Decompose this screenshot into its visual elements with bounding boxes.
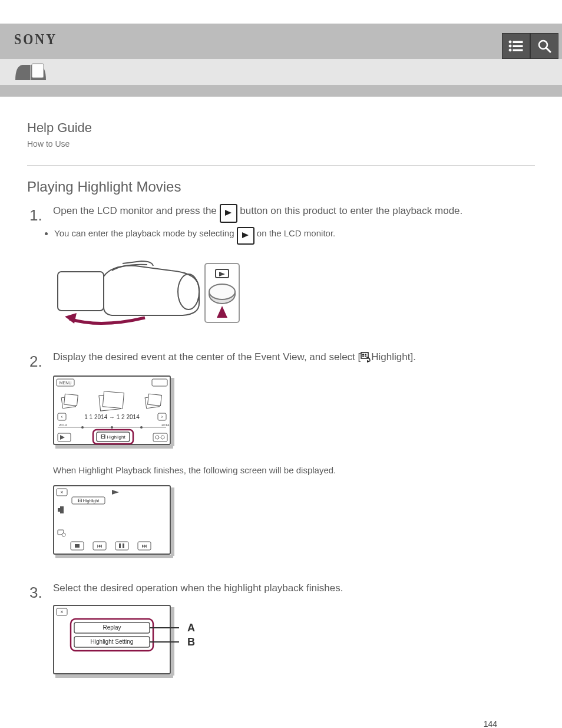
header-underbar [0, 85, 562, 97]
svg-text:2013: 2013 [59, 423, 67, 427]
svg-rect-32 [64, 394, 78, 406]
svg-rect-5 [513, 50, 523, 51]
step-2-text-a: Display the desired event at the center … [53, 351, 361, 363]
list-button[interactable] [502, 33, 530, 59]
svg-rect-69 [115, 542, 128, 550]
playback-button-icon [220, 204, 237, 223]
figure-end-screen: × Replay Highlight Setting A B [53, 605, 535, 686]
svg-text:‹: ‹ [61, 414, 63, 420]
figure-playback: × 🎞 Highlight [53, 485, 535, 565]
svg-rect-34 [103, 391, 124, 409]
svg-text:⏭: ⏭ [142, 543, 147, 549]
svg-rect-3 [513, 45, 523, 47]
help-guide-icon [13, 60, 48, 86]
top-margin [0, 0, 562, 24]
step-3: Select the desired operation when the hi… [27, 581, 535, 686]
page-number: 144 [0, 701, 562, 728]
step-2-text-b: Highlight]. [371, 351, 416, 363]
doc-title: Help Guide [27, 120, 535, 136]
menu-label: MENU [59, 381, 72, 385]
svg-rect-63 [58, 508, 60, 512]
svg-rect-27 [171, 378, 174, 446]
step-list: Open the LCD monitor and press the butto… [27, 203, 535, 686]
step-2-substep: When Highlight Playback finishes, the fo… [53, 463, 535, 477]
svg-text:×: × [60, 489, 63, 495]
section-title: Playing Highlight Movies [27, 179, 535, 195]
svg-marker-64 [60, 506, 64, 513]
step-1-text-b: button on this product to enter the play… [240, 205, 462, 216]
svg-point-4 [509, 49, 511, 51]
svg-text:2014: 2014 [161, 423, 170, 427]
svg-point-42 [81, 426, 84, 429]
svg-text:×: × [60, 609, 63, 615]
label-a: A [187, 622, 195, 634]
list-icon [508, 40, 524, 52]
svg-text:🎞 Highlight: 🎞 Highlight [101, 434, 125, 440]
bullet-text-a: You can enter the playback mode by selec… [54, 228, 237, 238]
svg-rect-1 [513, 41, 523, 43]
svg-text:⏮: ⏮ [97, 543, 103, 549]
step-1-text-a: Open the LCD monitor and press the [53, 205, 220, 216]
svg-point-43 [111, 426, 113, 429]
header-actions [502, 33, 558, 59]
svg-line-7 [546, 48, 550, 52]
svg-point-66 [62, 533, 65, 536]
label-b: B [187, 636, 195, 648]
svg-rect-22 [365, 354, 366, 355]
svg-rect-36 [148, 394, 162, 406]
svg-text:🎞 Highlight: 🎞 Highlight [78, 499, 99, 503]
brand-logo: SONY [14, 31, 57, 48]
page-content: Help Guide How to Use Playing Highlight … [27, 97, 535, 686]
svg-rect-78 [55, 674, 173, 678]
figure-event-view: MENU [53, 375, 535, 456]
svg-marker-13 [65, 313, 77, 324]
svg-point-0 [509, 41, 511, 43]
header-bar: SONY [0, 24, 562, 59]
svg-rect-74 [123, 543, 124, 548]
search-button[interactable] [530, 33, 558, 59]
svg-rect-56 [171, 487, 174, 556]
step-1: Open the LCD monitor and press the butto… [27, 203, 535, 334]
playback-button-icon-small [237, 227, 254, 244]
svg-point-12 [178, 274, 199, 309]
svg-text:Replay: Replay [103, 624, 121, 631]
guide-band [0, 59, 562, 85]
svg-rect-24 [365, 355, 366, 357]
svg-rect-73 [119, 543, 121, 548]
step-3-text: Select the desired operation when the hi… [53, 582, 343, 594]
svg-rect-8 [32, 64, 44, 78]
scenario-icon [361, 352, 371, 367]
svg-marker-10 [242, 232, 249, 238]
doc-subtitle: How to Use [27, 139, 535, 149]
svg-rect-11 [58, 272, 104, 311]
step-1-bullet-item: You can enter the playback mode by selec… [54, 226, 535, 244]
svg-rect-57 [55, 555, 173, 558]
svg-text:Highlight Setting: Highlight Setting [91, 638, 134, 645]
date-range: 1 1 2014 → 1 2 2014 [84, 414, 140, 420]
svg-text:›: › [161, 414, 163, 420]
search-icon [537, 39, 551, 53]
step-2: Display the desired event at the center … [27, 350, 535, 565]
step-1-bullet: You can enter the playback mode by selec… [54, 226, 535, 244]
svg-rect-23 [362, 355, 364, 357]
figure-camcorder [53, 253, 535, 334]
svg-point-18 [209, 284, 235, 299]
separator [27, 165, 535, 166]
svg-rect-28 [55, 445, 173, 449]
svg-rect-21 [362, 354, 364, 355]
bullet-text-b: on the LCD monitor. [257, 228, 335, 238]
svg-point-44 [140, 426, 143, 429]
svg-rect-71 [75, 544, 80, 548]
svg-point-2 [509, 45, 511, 47]
svg-marker-9 [225, 210, 232, 216]
